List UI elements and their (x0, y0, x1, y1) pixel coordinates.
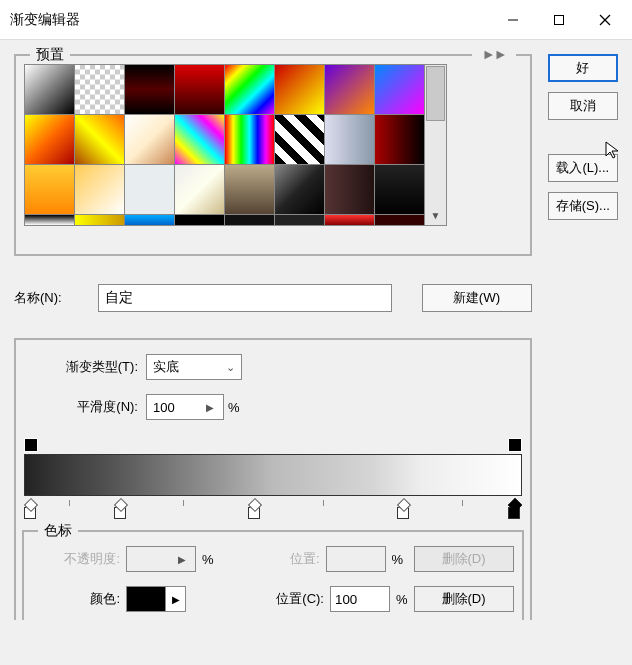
preset-swatch[interactable] (125, 115, 174, 164)
smoothness-unit: % (228, 400, 240, 415)
window-controls (490, 4, 628, 36)
gradient-type-combo[interactable]: 实底 ⌄ (146, 354, 242, 380)
gradient-type-label: 渐变类型(T): (28, 358, 138, 376)
spinner-arrow-icon[interactable]: ▶ (203, 402, 217, 413)
color-arrow-icon[interactable]: ▶ (165, 587, 185, 611)
new-button[interactable]: 新建(W) (422, 284, 532, 312)
color-stop-selected[interactable] (508, 498, 522, 518)
preset-swatch[interactable] (225, 115, 274, 164)
opacity-unit: % (202, 552, 214, 567)
presets-more-icon[interactable]: ►► (472, 46, 516, 62)
name-label: 名称(N): (14, 289, 90, 307)
preset-swatch[interactable] (225, 65, 274, 114)
preset-swatch[interactable] (125, 165, 174, 214)
preset-swatch[interactable] (25, 115, 74, 164)
preset-swatch[interactable] (325, 115, 374, 164)
gradient-settings: 渐变类型(T): 实底 ⌄ 平滑度(N): 100 ▶ % (14, 338, 532, 620)
opacity-stop[interactable] (24, 438, 38, 452)
preset-swatch[interactable] (375, 215, 424, 225)
preset-swatch[interactable] (75, 115, 124, 164)
opacity-label: 不透明度: (32, 550, 120, 568)
preset-swatch[interactable] (175, 165, 224, 214)
opacity-location-label: 位置: (250, 550, 320, 568)
preset-swatch[interactable] (275, 65, 324, 114)
color-label: 颜色: (32, 590, 120, 608)
stops-label: 色标 (38, 522, 78, 540)
presets-grid (24, 64, 425, 226)
color-swatch-button[interactable]: ▶ (126, 586, 186, 612)
preset-swatch[interactable] (375, 165, 424, 214)
color-stop[interactable] (397, 498, 411, 518)
preset-swatch[interactable] (25, 165, 74, 214)
preset-swatch[interactable] (125, 65, 174, 114)
preset-swatch[interactable] (175, 115, 224, 164)
preset-swatch[interactable] (275, 165, 324, 214)
chevron-down-icon: ⌄ (226, 361, 235, 374)
preset-swatch[interactable] (225, 215, 274, 225)
preset-swatch[interactable] (325, 215, 374, 225)
color-stop[interactable] (24, 498, 38, 518)
preset-swatch[interactable] (375, 65, 424, 114)
preset-swatch[interactable] (375, 115, 424, 164)
minimize-button[interactable] (490, 4, 536, 36)
presets-fieldset: 预置 ►► (14, 54, 532, 256)
opacity-delete-button: 删除(D) (414, 546, 514, 572)
presets-scrollbar[interactable]: ▼ (425, 64, 447, 226)
color-location-unit: % (396, 592, 408, 607)
scrollbar-thumb[interactable] (426, 66, 445, 121)
color-delete-button[interactable]: 删除(D) (414, 586, 514, 612)
preset-swatch[interactable] (325, 65, 374, 114)
close-button[interactable] (582, 4, 628, 36)
smoothness-label: 平滑度(N): (28, 398, 138, 416)
opacity-location-unit: % (392, 552, 404, 567)
preset-swatch[interactable] (25, 215, 74, 225)
cancel-button[interactable]: 取消 (548, 92, 618, 120)
preset-swatch[interactable] (175, 215, 224, 225)
load-button[interactable]: 载入(L)... (548, 154, 618, 182)
preset-swatch[interactable] (225, 165, 274, 214)
presets-label: 预置 (30, 46, 70, 64)
preset-swatch[interactable] (325, 165, 374, 214)
preset-swatch[interactable] (75, 215, 124, 225)
preset-swatch[interactable] (175, 65, 224, 114)
preset-swatch[interactable] (275, 215, 324, 225)
name-input[interactable] (98, 284, 392, 312)
preset-swatch[interactable] (275, 115, 324, 164)
window-title: 渐变编辑器 (10, 11, 490, 29)
stops-fieldset: 色标 不透明度: ▶ % 位置: % 删除(D) 颜色: (22, 530, 524, 620)
gradient-type-value: 实底 (153, 358, 179, 376)
preset-swatch[interactable] (125, 215, 174, 225)
color-location-input[interactable] (330, 586, 390, 612)
svg-rect-1 (555, 15, 564, 24)
preset-swatch[interactable] (25, 65, 74, 114)
opacity-stop[interactable] (508, 438, 522, 452)
title-bar: 渐变编辑器 (0, 0, 632, 40)
preset-swatch[interactable] (75, 165, 124, 214)
color-location-label: 位置(C): (234, 590, 324, 608)
gradient-bar[interactable] (24, 454, 522, 496)
smoothness-input[interactable]: 100 ▶ (146, 394, 224, 420)
scroll-down-icon[interactable]: ▼ (425, 205, 446, 225)
save-button[interactable]: 存储(S)... (548, 192, 618, 220)
gradient-preview[interactable] (24, 438, 522, 518)
preset-swatch[interactable] (75, 65, 124, 114)
opacity-input: ▶ (126, 546, 196, 572)
color-swatch (127, 587, 165, 611)
color-stop[interactable] (248, 498, 262, 518)
opacity-location-input (326, 546, 386, 572)
ok-button[interactable]: 好 (548, 54, 618, 82)
maximize-button[interactable] (536, 4, 582, 36)
color-stop[interactable] (114, 498, 128, 518)
spinner-arrow-icon: ▶ (175, 554, 189, 565)
